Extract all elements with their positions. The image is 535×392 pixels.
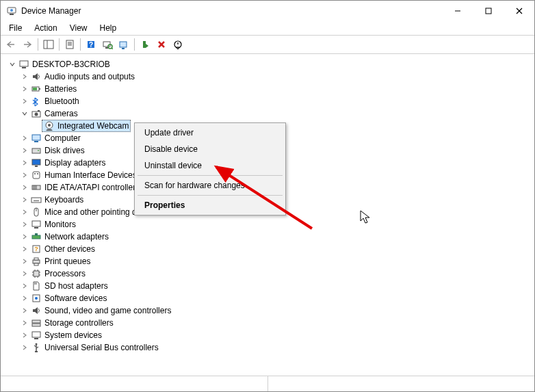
tree-item-label: Integrated Webcam bbox=[57, 120, 129, 132]
svg-rect-61 bbox=[33, 260, 40, 263]
chevron-right-icon[interactable] bbox=[20, 158, 29, 168]
tree-category[interactable]: Cameras bbox=[5, 107, 530, 120]
chevron-down-icon[interactable] bbox=[20, 109, 29, 118]
tree-category[interactable]: Storage controllers bbox=[5, 317, 530, 329]
enable-device-button[interactable] bbox=[138, 37, 153, 52]
svg-point-43 bbox=[37, 173, 38, 174]
category-icon bbox=[31, 71, 42, 82]
chevron-right-icon[interactable] bbox=[20, 318, 29, 328]
svg-rect-55 bbox=[32, 221, 40, 226]
context-uninstall-device[interactable]: Uninstall device bbox=[135, 157, 285, 174]
chevron-right-icon[interactable] bbox=[20, 146, 29, 155]
maximize-button[interactable] bbox=[473, 1, 504, 21]
chevron-right-icon[interactable] bbox=[20, 84, 29, 94]
tree-category[interactable]: Sound, video and game controllers bbox=[5, 304, 530, 317]
chevron-right-icon[interactable] bbox=[20, 330, 29, 340]
tree-root[interactable]: DESKTOP-B3CRIOB bbox=[5, 58, 530, 70]
category-icon bbox=[31, 145, 42, 156]
menu-view[interactable]: View bbox=[64, 22, 93, 34]
tree-category[interactable]: Monitors bbox=[5, 218, 530, 231]
tree-item-label: Network adapters bbox=[44, 231, 109, 243]
toolbar-separator bbox=[134, 38, 135, 51]
chevron-right-icon[interactable] bbox=[20, 183, 29, 192]
chevron-right-icon[interactable] bbox=[20, 257, 29, 266]
category-icon bbox=[31, 256, 42, 267]
tree-category[interactable]: Processors bbox=[5, 267, 530, 280]
chevron-down-icon[interactable] bbox=[8, 60, 17, 69]
computer-icon bbox=[18, 59, 29, 70]
chevron-right-icon[interactable] bbox=[20, 343, 29, 352]
tree-category[interactable]: Software devices bbox=[5, 292, 530, 304]
device-manager-window: Device Manager File Action View Help bbox=[0, 0, 535, 392]
status-pane-right bbox=[268, 376, 535, 391]
tree-item-label: System devices bbox=[44, 329, 102, 341]
svg-rect-63 bbox=[34, 263, 38, 265]
disable-device-button[interactable] bbox=[170, 37, 185, 52]
tree-device[interactable]: Integrated Webcam bbox=[42, 120, 131, 132]
forward-button[interactable] bbox=[20, 37, 35, 52]
tree-category[interactable]: Audio inputs and outputs bbox=[5, 70, 530, 83]
svg-rect-58 bbox=[35, 233, 38, 235]
chevron-right-icon[interactable] bbox=[20, 269, 29, 278]
svg-rect-9 bbox=[66, 40, 73, 49]
chevron-right-icon[interactable] bbox=[20, 96, 29, 106]
tree-item-label: Bluetooth bbox=[44, 95, 79, 107]
scan-hardware-button[interactable] bbox=[100, 37, 115, 52]
category-icon bbox=[31, 317, 42, 328]
tree-item-label: Display adapters bbox=[44, 157, 105, 169]
help-button[interactable]: ? bbox=[83, 37, 99, 52]
category-icon bbox=[31, 207, 42, 218]
category-icon bbox=[31, 170, 42, 181]
tree-category[interactable]: Network adapters bbox=[5, 231, 530, 243]
svg-rect-19 bbox=[120, 42, 127, 47]
tree-category[interactable]: SD host adapters bbox=[5, 280, 530, 292]
category-icon bbox=[31, 108, 42, 119]
svg-rect-20 bbox=[122, 48, 125, 49]
properties-button[interactable] bbox=[62, 37, 77, 52]
chevron-right-icon[interactable] bbox=[20, 170, 29, 180]
minimize-button[interactable] bbox=[442, 1, 473, 21]
context-disable-device[interactable]: Disable device bbox=[135, 141, 285, 157]
chevron-right-icon[interactable] bbox=[20, 306, 29, 315]
tree-category[interactable]: Batteries bbox=[5, 83, 530, 95]
close-button[interactable] bbox=[504, 1, 534, 21]
menu-help[interactable]: Help bbox=[94, 22, 122, 34]
menu-action[interactable]: Action bbox=[29, 22, 62, 34]
uninstall-device-button[interactable] bbox=[154, 37, 169, 52]
tree-category[interactable]: Universal Serial Bus controllers bbox=[5, 341, 530, 354]
svg-rect-77 bbox=[32, 320, 40, 323]
tree-category[interactable]: Print queues bbox=[5, 255, 530, 267]
chevron-right-icon[interactable] bbox=[20, 232, 29, 241]
show-hide-console-tree-button[interactable] bbox=[41, 37, 56, 52]
chevron-right-icon[interactable] bbox=[20, 293, 29, 303]
tree-item-label: Disk drives bbox=[44, 144, 85, 157]
chevron-right-icon[interactable] bbox=[20, 72, 29, 81]
update-driver-button[interactable] bbox=[116, 37, 131, 52]
chevron-right-icon[interactable] bbox=[20, 220, 29, 229]
svg-point-38 bbox=[38, 150, 39, 151]
context-properties[interactable]: Properties bbox=[135, 197, 285, 213]
svg-rect-56 bbox=[34, 227, 38, 228]
menu-separator bbox=[138, 175, 283, 176]
chevron-right-icon[interactable] bbox=[20, 281, 29, 291]
back-button[interactable] bbox=[3, 37, 18, 52]
chevron-right-icon[interactable] bbox=[20, 133, 29, 143]
tree-item-label: Print queues bbox=[44, 255, 90, 267]
svg-point-82 bbox=[36, 343, 38, 345]
category-icon bbox=[31, 231, 42, 242]
chevron-right-icon[interactable] bbox=[20, 207, 29, 217]
tree-category[interactable]: System devices bbox=[5, 329, 530, 341]
menu-file[interactable]: File bbox=[3, 22, 27, 34]
context-update-driver[interactable]: Update driver bbox=[135, 125, 285, 141]
tree-category[interactable]: Bluetooth bbox=[5, 95, 530, 107]
svg-point-31 bbox=[35, 113, 38, 116]
tree-category[interactable]: ?Other devices bbox=[5, 243, 530, 255]
context-scan-hardware[interactable]: Scan for hardware changes bbox=[135, 177, 285, 194]
tree-item-label: Storage controllers bbox=[44, 317, 114, 329]
tree-pane[interactable]: DESKTOP-B3CRIOB Audio inputs and outputs… bbox=[1, 54, 534, 376]
tree-item-label: Other devices bbox=[44, 243, 95, 255]
status-pane-left bbox=[1, 376, 268, 391]
chevron-right-icon[interactable] bbox=[20, 244, 29, 254]
svg-rect-78 bbox=[32, 324, 40, 326]
chevron-right-icon[interactable] bbox=[20, 195, 29, 205]
